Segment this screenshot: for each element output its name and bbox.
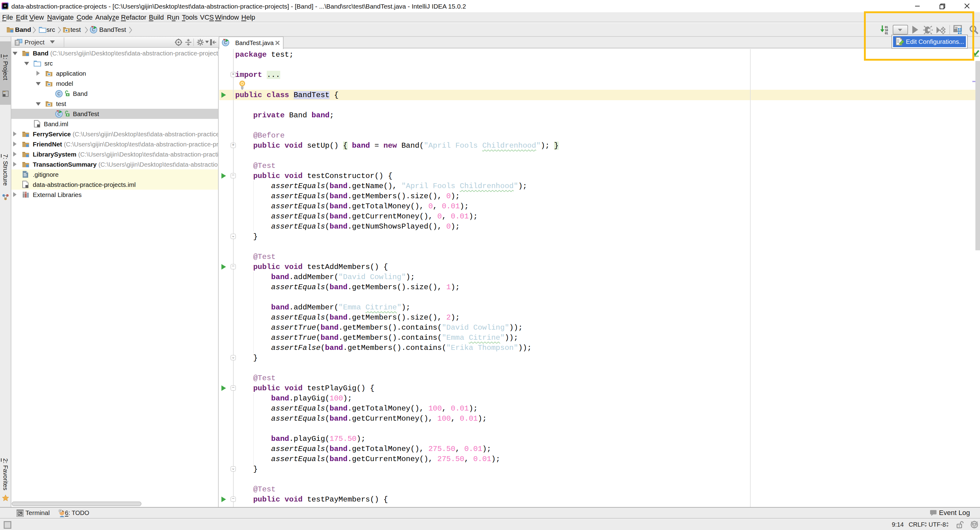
svg-text:T: T — [959, 525, 960, 528]
svg-text:C: C — [57, 91, 60, 96]
